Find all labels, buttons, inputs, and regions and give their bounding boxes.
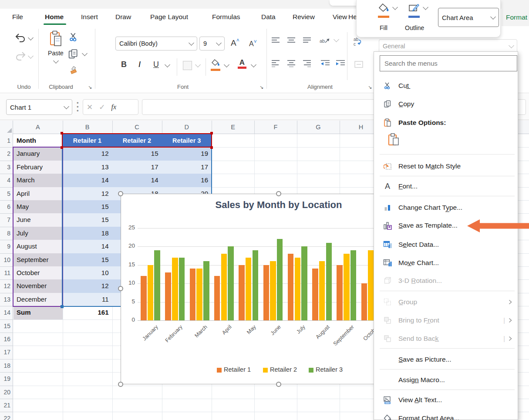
chart-resize-handle[interactable] [276,382,281,387]
column-header-E[interactable]: E [212,121,254,134]
menu-search-input[interactable] [380,55,517,71]
tab-draw[interactable]: Draw [115,13,131,21]
tab-insert[interactable]: Insert [81,13,98,21]
legend-label-1[interactable]: Retailer 1 [224,366,251,373]
row-header-20[interactable]: 20 [0,386,10,399]
menu-item-send-to-back[interactable]: Send to Back̲| [374,332,518,346]
row-header-13[interactable]: 13 [0,293,10,306]
menu-item-format-chart-area[interactable]: Format Chart Area... [374,411,518,420]
tab-home[interactable]: Home [45,13,64,21]
column-header-B[interactable]: B [63,121,112,134]
bar-retailer1-september[interactable] [337,265,343,321]
cell-A1[interactable]: Month [17,134,60,147]
bar-retailer3-june[interactable] [277,239,283,320]
menu-item-select-data[interactable]: Se̲lect Data... [374,238,518,252]
column-header-A[interactable]: A [13,121,63,134]
column-header-D[interactable]: D [162,121,212,134]
row-header-4[interactable]: 4 [0,174,10,187]
tab-format[interactable]: Format [506,13,527,21]
row-header-14[interactable]: 14 [0,306,10,319]
menu-item-reset-to-match-style[interactable]: Reset to Ma̲tch Style [374,159,518,173]
increase-font-button[interactable]: A˄ [231,37,239,48]
bar-retailer2-march[interactable] [196,269,202,320]
font-dialog-launcher[interactable]: ↘ [259,84,263,90]
row-header-16[interactable]: 16 [0,333,10,346]
format-painter-button[interactable] [69,66,78,77]
legend-swatch-3[interactable] [309,368,313,373]
red-handle[interactable] [210,146,213,149]
menu-item-assign-macro[interactable]: Assign̲ Macro... [374,373,518,387]
row-header-10[interactable]: 10 [0,253,10,266]
align-middle-button[interactable] [286,37,296,46]
bar-retailer3-march[interactable] [203,261,209,320]
row-header-9[interactable]: 9 [0,240,10,253]
wrap-text-button[interactable]: abc [353,37,364,49]
tab-review[interactable]: Review [293,13,315,21]
red-handle[interactable] [61,132,63,134]
bold-button[interactable]: B [121,60,127,69]
column-header-C[interactable]: C [112,121,162,134]
row-header-22[interactable]: 22 [0,412,10,420]
row-header-15[interactable]: 15 [0,319,10,333]
borders-button[interactable] [183,61,192,70]
bar-retailer3-february[interactable] [179,258,185,321]
align-center-button[interactable] [286,59,296,69]
copy-button[interactable] [68,49,78,61]
red-handle[interactable] [61,146,63,149]
bar-retailer1-january[interactable] [141,276,147,320]
font-name-combo[interactable]: Calibri (Body) [115,37,197,50]
bar-retailer2-august[interactable] [319,261,325,320]
tab-file[interactable]: File [12,13,23,21]
bar-retailer1-february[interactable] [165,272,171,321]
name-box[interactable]: Chart 1 [6,99,72,115]
menu-item-paste-options[interactable]: Paste Options: [374,116,518,130]
bar-retailer3-january[interactable] [154,250,160,321]
bar-retailer2-july[interactable] [295,258,301,321]
bar-retailer1-may[interactable] [239,265,245,321]
chart-resize-handle[interactable] [276,191,281,196]
clipboard-dialog-launcher[interactable]: ↘ [88,84,92,90]
menu-item-change-chart-type[interactable]: Change Chart Ty̲pe... [374,201,518,215]
row-header-2[interactable]: 2 [0,147,10,160]
undo-button[interactable] [15,33,26,44]
bar-retailer3-april[interactable] [228,246,234,320]
menu-item-move-chart[interactable]: Mov̲e Chart... [374,256,518,270]
row-header-6[interactable]: 6 [0,200,10,213]
cancel-icon[interactable]: ✕ [87,103,93,112]
bar-retailer2-october[interactable] [368,250,374,321]
selection-purple-categories[interactable] [13,147,63,307]
menu-item-bring-to-front[interactable]: Bring to Fr̲ont| [374,313,518,327]
tab-formulas[interactable]: Formulas [212,13,240,21]
bar-retailer2-june[interactable] [270,261,276,320]
outline-button[interactable] [408,3,420,18]
bar-retailer3-may[interactable] [253,250,259,321]
menu-item-3-d-rotation[interactable]: 3-D R̲otation... [374,274,518,288]
legend-label-2[interactable]: Retailer 2 [270,366,297,373]
chart-resize-handle[interactable] [118,191,123,196]
increase-indent-button[interactable] [335,59,346,69]
row-header-21[interactable]: 21 [0,399,10,412]
submenu-arrow-icon[interactable]: | [503,317,512,324]
bar-retailer3-september[interactable] [350,250,357,321]
chart-resize-handle[interactable] [118,382,123,387]
submenu-arrow-icon[interactable]: | [503,335,512,342]
legend-label-3[interactable]: Retailer 3 [316,366,343,373]
row-header-11[interactable]: 11 [0,266,10,279]
bar-retailer2-february[interactable] [172,258,178,321]
select-all-corner[interactable] [7,128,12,133]
tab-data[interactable]: Data [261,13,276,21]
align-top-button[interactable] [271,37,280,46]
row-header-5[interactable]: 5 [0,187,10,200]
row-header-1[interactable]: 1 [0,134,10,147]
row-header-17[interactable]: 17 [0,346,10,359]
bar-retailer1-march[interactable] [190,269,196,320]
row-header-18[interactable]: 18 [0,359,10,372]
row-header-8[interactable]: 8 [0,227,10,240]
red-handle[interactable] [210,132,213,134]
align-bottom-button[interactable] [302,37,312,46]
menu-item-save-as-picture[interactable]: S̲ave as Picture... [374,353,518,366]
bar-retailer2-january[interactable] [148,265,154,321]
cell-sum-label[interactable]: Sum [17,306,60,319]
bar-retailer3-july[interactable] [301,246,307,320]
paste-option-keep-formatting-button[interactable] [386,131,401,149]
